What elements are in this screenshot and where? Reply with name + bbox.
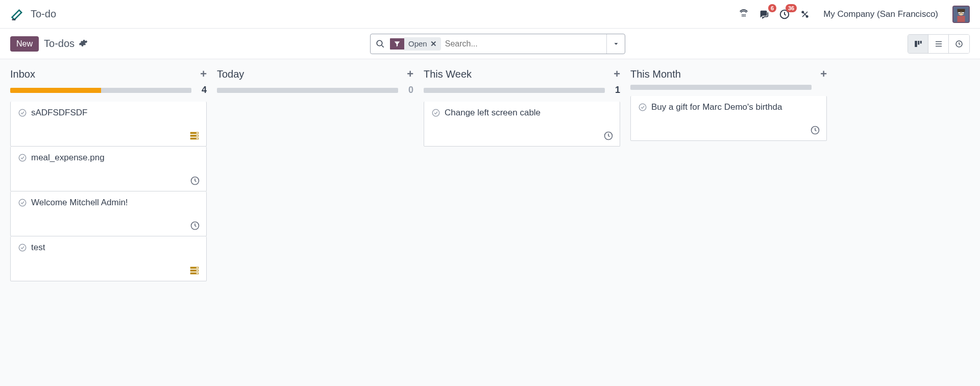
stack-icon[interactable] [189,130,200,141]
clock-icon[interactable] [190,176,200,186]
search-icon[interactable] [371,39,390,49]
svg-rect-37 [197,273,199,274]
messages-icon[interactable]: 6 [758,8,770,20]
activities-icon[interactable]: 36 [778,8,791,20]
search-box: Open ✕ [370,34,625,54]
voip-icon[interactable] [738,8,750,20]
svg-rect-35 [197,268,199,269]
clock-icon[interactable] [603,131,614,141]
card-title: test [31,243,45,253]
view-list-button[interactable] [928,35,949,53]
column-add-icon[interactable]: + [614,67,620,81]
card-title: meal_expense.png [31,153,105,163]
column-add-icon[interactable]: + [820,67,827,81]
column-count: 4 [198,85,207,95]
svg-point-7 [802,11,803,13]
filter-chip-open: Open ✕ [390,37,441,51]
svg-rect-4 [743,15,744,16]
search-input[interactable] [441,34,606,54]
svg-rect-11 [958,9,965,12]
svg-point-31 [19,244,26,251]
kanban-card[interactable]: meal_expense.png [10,147,207,191]
svg-rect-26 [197,138,199,139]
svg-rect-2 [745,14,746,15]
svg-rect-1 [743,14,744,15]
kanban-column: Inbox+4sADFSDFSDFmeal_expense.pngWelcome… [10,65,217,376]
svg-rect-13 [962,12,965,13]
svg-point-38 [432,109,439,116]
card-title: Change left screen cable [445,108,541,118]
view-activity-button[interactable] [949,35,969,53]
topbar-actions: 6 36 My Company (San Francisco) [738,6,970,23]
kanban-card[interactable]: test [10,236,207,281]
svg-rect-17 [918,41,919,45]
column-add-icon[interactable]: + [200,67,207,81]
top-bar: To-do 6 36 My Company (San Francisco) [0,0,980,29]
kanban-column: Today+0 [217,65,424,376]
column-title: Today [217,68,244,80]
card-title: Welcome Mitchell Admin! [31,198,128,208]
card-title: Buy a gift for Marc Demo's birthda [651,102,782,112]
filter-chip-label: Open [408,39,427,48]
check-circle-icon[interactable] [18,153,27,162]
svg-rect-3 [742,15,743,16]
check-circle-icon[interactable] [18,108,27,117]
svg-rect-14 [958,16,965,22]
svg-rect-0 [742,14,743,15]
clock-icon[interactable] [190,221,200,231]
kanban-card[interactable]: Change left screen cable [424,102,620,147]
column-progress-bar [424,88,605,93]
svg-rect-36 [197,270,199,271]
check-circle-icon[interactable] [638,103,647,112]
svg-rect-12 [958,12,961,13]
activities-badge: 36 [786,4,797,12]
check-circle-icon[interactable] [18,243,27,252]
column-title: Inbox [10,68,35,80]
messages-badge: 6 [768,4,776,12]
svg-rect-24 [197,133,199,134]
breadcrumb: To-dos [44,38,75,50]
card-title: sADFSDFSDF [31,108,88,118]
svg-point-15 [377,40,382,46]
kanban-column: This Week+1Change left screen cable [424,65,630,376]
svg-point-8 [806,15,808,17]
control-bar: New To-dos Open ✕ [0,29,980,59]
view-kanban-button[interactable] [908,35,928,53]
view-switcher [908,34,970,54]
gear-icon[interactable] [79,38,88,49]
column-add-icon[interactable]: + [407,67,413,81]
svg-point-40 [639,104,646,111]
check-circle-icon[interactable] [431,108,440,117]
kanban-card[interactable]: Buy a gift for Marc Demo's birthda [630,96,827,141]
funnel-icon [390,38,404,50]
kanban-column: This Month+Buy a gift for Marc Demo's bi… [630,65,837,376]
svg-point-29 [19,199,26,206]
search-options-caret[interactable] [606,34,625,54]
column-count: 0 [404,85,413,95]
column-title: This Month [630,68,681,80]
svg-point-20 [19,109,26,116]
kanban-card[interactable]: Welcome Mitchell Admin! [10,191,207,236]
column-progress-bar [630,85,812,90]
kanban-board: Inbox+4sADFSDFSDFmeal_expense.pngWelcome… [0,59,980,386]
column-title: This Week [424,68,472,80]
app-icon[interactable] [10,7,24,21]
new-button[interactable]: New [10,36,39,52]
tools-icon[interactable] [799,8,811,20]
check-circle-icon[interactable] [18,198,27,207]
svg-point-27 [19,154,26,161]
svg-rect-25 [197,135,199,136]
svg-rect-16 [915,41,917,47]
stack-icon[interactable] [189,264,200,276]
kanban-card[interactable]: sADFSDFSDF [10,102,207,147]
svg-rect-18 [920,41,921,43]
user-avatar[interactable] [952,6,970,23]
svg-rect-5 [745,15,746,16]
clock-icon[interactable] [810,125,820,135]
column-progress-bar [217,88,398,93]
company-selector[interactable]: My Company (San Francisco) [823,9,938,19]
filter-chip-remove[interactable]: ✕ [430,39,437,49]
column-progress-bar [10,88,191,93]
app-title: To-do [31,8,56,20]
column-count: 1 [611,85,620,95]
